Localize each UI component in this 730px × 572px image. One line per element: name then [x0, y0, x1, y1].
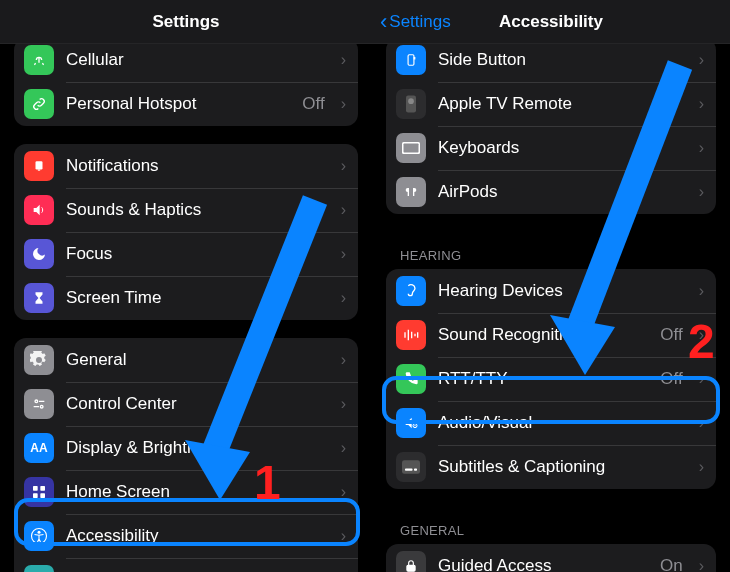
row-side-button[interactable]: Side Button › — [386, 44, 716, 82]
row-rtt-tty[interactable]: RTT/TTY Off › — [386, 357, 716, 401]
nav-title: Accessibility — [499, 12, 603, 32]
row-label: Hearing Devices — [438, 281, 687, 301]
row-airpods[interactable]: AirPods › — [386, 170, 716, 214]
row-label: Cellular — [66, 50, 329, 70]
section-header-general: GENERAL — [372, 507, 730, 544]
chevron-icon: › — [341, 201, 346, 219]
chevron-icon: › — [341, 157, 346, 175]
chevron-icon: › — [341, 289, 346, 307]
remote-icon — [396, 89, 426, 119]
row-audio-visual[interactable]: Audio/Visual › — [386, 401, 716, 445]
svg-point-29 — [414, 425, 415, 426]
row-sound-recognition[interactable]: Sound Recognition Off › — [386, 313, 716, 357]
row-hearing-devices[interactable]: Hearing Devices › — [386, 269, 716, 313]
row-apple-tv-remote[interactable]: Apple TV Remote › — [386, 82, 716, 126]
nav-bar: ‹ Settings Accessibility — [372, 0, 730, 44]
accessibility-pane: ‹ Settings Accessibility Side Button › A… — [372, 0, 730, 572]
chevron-icon: › — [341, 395, 346, 413]
row-focus[interactable]: Focus › — [14, 232, 358, 276]
chevron-icon: › — [699, 183, 704, 201]
row-label: General — [66, 350, 329, 370]
moon-icon — [24, 239, 54, 269]
row-label: RTT/TTY — [438, 369, 648, 389]
section-header-hearing: HEARING — [372, 232, 730, 269]
chevron-icon: › — [341, 527, 346, 545]
ear-icon — [396, 276, 426, 306]
settings-group-general: General › Control Center › AA Display & … — [14, 338, 358, 572]
flower-icon — [24, 565, 54, 572]
row-label: Side Button — [438, 50, 687, 70]
row-wallpaper[interactable]: Wallpaper › — [14, 558, 358, 572]
speaker-icon — [24, 195, 54, 225]
row-sounds-haptics[interactable]: Sounds & Haptics › — [14, 188, 358, 232]
chevron-icon: › — [341, 51, 346, 69]
chevron-icon: › — [699, 326, 704, 344]
settings-group-notifications: Notifications › Sounds & Haptics › Focus… — [14, 144, 358, 320]
row-home-screen[interactable]: Home Screen › — [14, 470, 358, 514]
row-label: Home Screen — [66, 482, 329, 502]
row-label: Personal Hotspot — [66, 94, 290, 114]
audio-visual-icon — [396, 408, 426, 438]
chevron-icon: › — [699, 458, 704, 476]
hourglass-icon — [24, 283, 54, 313]
row-label: AirPods — [438, 182, 687, 202]
row-personal-hotspot[interactable]: Personal Hotspot Off › — [14, 82, 358, 126]
row-accessibility[interactable]: Accessibility › — [14, 514, 358, 558]
row-general[interactable]: General › — [14, 338, 358, 382]
row-value: Off — [302, 94, 324, 114]
chevron-icon: › — [699, 414, 704, 432]
accessibility-scroll[interactable]: Side Button › Apple TV Remote › Keyboard… — [372, 44, 730, 572]
phone-icon — [396, 364, 426, 394]
svg-rect-17 — [408, 55, 414, 66]
settings-scroll[interactable]: Cellular › Personal Hotspot Off › Notifi… — [0, 44, 372, 572]
svg-point-11 — [38, 531, 41, 534]
nav-title: Settings — [152, 12, 219, 32]
chevron-icon: › — [699, 370, 704, 388]
sliders-icon — [24, 389, 54, 419]
row-keyboards[interactable]: Keyboards › — [386, 126, 716, 170]
svg-rect-6 — [33, 486, 38, 491]
row-label: Keyboards — [438, 138, 687, 158]
row-label: Sounds & Haptics — [66, 200, 329, 220]
svg-rect-9 — [40, 493, 45, 498]
accessibility-group-hearing: Hearing Devices › Sound Recognition Off … — [386, 269, 716, 489]
gear-icon — [24, 345, 54, 375]
row-label: Guided Access — [438, 556, 648, 572]
svg-rect-0 — [36, 161, 43, 169]
row-display-brightness[interactable]: AA Display & Brightness › — [14, 426, 358, 470]
settings-pane: Settings Cellular › Personal Hotspot Off… — [0, 0, 372, 572]
row-screen-time[interactable]: Screen Time › — [14, 276, 358, 320]
row-label: Subtitles & Captioning — [438, 457, 687, 477]
text-size-icon: AA — [24, 433, 54, 463]
svg-rect-33 — [407, 565, 415, 571]
row-label: Focus — [66, 244, 329, 264]
row-label: Notifications — [66, 156, 329, 176]
back-button[interactable]: ‹ Settings — [380, 11, 451, 33]
antenna-icon — [24, 45, 54, 75]
settings-group-network: Cellular › Personal Hotspot Off › — [14, 44, 358, 126]
svg-rect-22 — [404, 144, 419, 153]
row-control-center[interactable]: Control Center › — [14, 382, 358, 426]
subtitles-icon — [396, 452, 426, 482]
chevron-icon: › — [341, 351, 346, 369]
keyboard-icon — [396, 133, 426, 163]
chevron-icon: › — [699, 139, 704, 157]
svg-rect-1 — [38, 170, 40, 171]
chevron-icon: › — [699, 557, 704, 572]
row-label: Audio/Visual — [438, 413, 687, 433]
row-cellular[interactable]: Cellular › — [14, 44, 358, 82]
airpods-icon — [396, 177, 426, 207]
row-value: Off — [660, 369, 682, 389]
row-notifications[interactable]: Notifications › — [14, 144, 358, 188]
chevron-left-icon: ‹ — [380, 11, 387, 33]
chevron-icon: › — [341, 483, 346, 501]
lock-icon — [396, 551, 426, 572]
bell-icon — [24, 151, 54, 181]
svg-point-2 — [35, 400, 38, 403]
row-subtitles-captioning[interactable]: Subtitles & Captioning › — [386, 445, 716, 489]
svg-rect-32 — [414, 469, 417, 471]
accessibility-group-general: Guided Access On › Siri › — [386, 544, 716, 572]
accessibility-icon — [24, 521, 54, 551]
row-guided-access[interactable]: Guided Access On › — [386, 544, 716, 572]
chevron-icon: › — [341, 95, 346, 113]
